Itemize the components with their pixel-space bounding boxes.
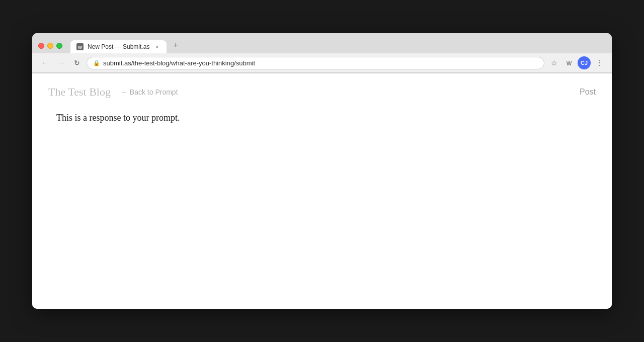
reload-button[interactable]: ↻ — [70, 56, 84, 69]
maximize-traffic-light[interactable] — [56, 43, 62, 49]
avatar-button[interactable]: CJ — [578, 56, 591, 69]
page-header: The Test Blog ← Back to Prompt Post — [48, 86, 596, 99]
browser-window: w New Post — Submit.as × + ← → ↻ 🔒 submi… — [32, 33, 612, 309]
back-to-prompt-link[interactable]: ← Back to Prompt — [121, 88, 178, 96]
nav-bar: ← → ↻ 🔒 submit.as/the-test-blog/what-are… — [32, 53, 612, 73]
tab-favicon: w — [76, 43, 84, 50]
page-header-left: The Test Blog ← Back to Prompt — [48, 86, 178, 99]
lock-icon: 🔒 — [93, 60, 100, 66]
page-content: The Test Blog ← Back to Prompt Post This… — [32, 73, 612, 309]
response-text: This is a response to your prompt. — [56, 111, 596, 125]
chrome-frame: w New Post — Submit.as × + ← → ↻ 🔒 submi… — [32, 33, 612, 73]
blog-title: The Test Blog — [48, 86, 111, 99]
title-bar: w New Post — Submit.as × + — [32, 33, 612, 53]
close-traffic-light[interactable] — [38, 43, 44, 49]
minimize-traffic-light[interactable] — [47, 43, 53, 49]
forward-button[interactable]: → — [54, 56, 67, 69]
back-button[interactable]: ← — [38, 56, 51, 69]
active-tab[interactable]: w New Post — Submit.as × — [70, 40, 167, 53]
traffic-lights — [38, 43, 62, 49]
nav-right: ☆ w CJ ⋮ — [547, 56, 606, 69]
bookmark-button[interactable]: ☆ — [547, 56, 560, 69]
address-text: submit.as/the-test-blog/what-are-you-thi… — [103, 59, 538, 67]
tab-title: New Post — Submit.as — [88, 43, 149, 50]
new-tab-button[interactable]: + — [169, 38, 183, 52]
menu-button[interactable]: ⋮ — [593, 56, 606, 69]
address-bar[interactable]: 🔒 submit.as/the-test-blog/what-are-you-t… — [87, 57, 544, 69]
profile-w-button[interactable]: w — [562, 56, 576, 69]
tab-close-button[interactable]: × — [153, 43, 160, 50]
post-button[interactable]: Post — [580, 88, 596, 97]
tabs-row: w New Post — Submit.as × + — [70, 38, 606, 53]
